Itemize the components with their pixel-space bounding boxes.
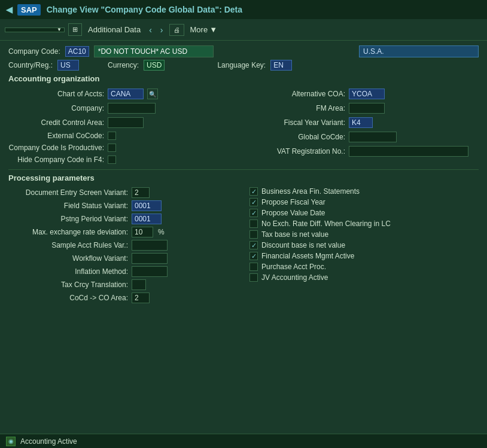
display-mode-button[interactable]: ⊞ — [68, 23, 82, 36]
external-cocode-label: External CoCode: — [8, 132, 104, 140]
processing-left: Document Entry Screen Variant: Field Sta… — [8, 186, 244, 304]
currency-value: USD — [144, 60, 165, 71]
main-content: Company Code: AC10 *DO NOT TOUCH* AC USD… — [0, 41, 487, 309]
status-bar: ◉ Accounting Active — [0, 434, 487, 448]
company-name-value: *DO NOT TOUCH* AC USD — [94, 45, 214, 57]
check-row-3: No Exch. Rate Diff. When Clearing in LC — [249, 218, 479, 229]
jv-accounting-label: JV Accounting Active — [261, 273, 328, 282]
title-bar: ◀ SAP Change View "Company Code Global D… — [0, 0, 487, 19]
field-status-row: Field Status Variant: — [8, 199, 232, 212]
discount-base-checkbox[interactable]: ✓ — [249, 241, 258, 249]
nav-next-button[interactable]: › — [158, 24, 166, 36]
fm-area-row: FM Area: — [249, 101, 479, 115]
workflow-label: Workflow Variant: — [8, 254, 128, 263]
max-exchange-input[interactable] — [132, 227, 153, 237]
vat-row: VAT Registration No.: — [249, 144, 479, 159]
sample-acct-input[interactable] — [132, 240, 168, 251]
workflow-row: Workflow Variant: — [8, 252, 232, 265]
fiscal-year-label: Fiscal Year Variant: — [249, 118, 345, 127]
chart-accts-row: Chart of Accts: 🔍 — [8, 87, 232, 101]
company-header: Company Code: AC10 *DO NOT TOUCH* AC USD… — [8, 45, 479, 71]
global-cocode-input[interactable] — [349, 132, 397, 142]
fiscal-year-input[interactable] — [349, 117, 373, 128]
pct-label: % — [158, 228, 165, 236]
propose-value-checkbox[interactable]: ✓ — [249, 209, 258, 217]
no-exch-checkbox[interactable] — [249, 220, 258, 228]
field-status-input[interactable] — [132, 200, 162, 211]
chart-accts-search-button[interactable]: 🔍 — [147, 89, 158, 99]
toolbar-dropdown[interactable] — [5, 28, 65, 32]
pstng-period-row: Pstng Period Variant: — [8, 212, 232, 225]
business-area-checkbox[interactable]: ✓ — [249, 187, 258, 196]
status-icon: ◉ — [6, 437, 16, 446]
credit-control-input[interactable] — [108, 117, 144, 128]
business-area-label: Business Area Fin. Statements — [261, 187, 360, 196]
nav-prev-button[interactable]: ‹ — [147, 24, 154, 36]
print-button[interactable]: 🖨 — [169, 24, 184, 36]
credit-control-row: Credit Control Area: — [8, 115, 232, 130]
more-chevron-icon: ▼ — [209, 25, 217, 34]
processing-right: ✓ Business Area Fin. Statements ✓ Propos… — [244, 186, 479, 304]
global-cocode-label: Global CoCde: — [249, 133, 345, 141]
print-icon: 🖨 — [174, 26, 180, 33]
purchase-acct-checkbox[interactable] — [249, 263, 258, 271]
company-details-row: Country/Reg.: US Currency: USD Language … — [8, 60, 479, 71]
propose-fiscal-checkbox[interactable]: ✓ — [249, 198, 258, 206]
workflow-input[interactable] — [132, 253, 168, 264]
pstng-period-input[interactable] — [132, 214, 162, 224]
tax-base-checkbox[interactable] — [249, 230, 258, 239]
accounting-right: Alternative COA: FM Area: Fiscal Year Va… — [244, 87, 479, 166]
additional-data-label: Additional Data — [88, 25, 141, 34]
cocd-co-input[interactable] — [132, 292, 150, 303]
financial-assets-checkbox[interactable]: ✓ — [249, 252, 258, 260]
max-exchange-label: Max. exchange rate deviation: — [8, 228, 128, 236]
tax-crcy-input[interactable] — [132, 279, 146, 290]
company-input[interactable] — [108, 103, 156, 114]
language-label: Language Key: — [217, 61, 266, 69]
inflation-label: Inflation Method: — [8, 267, 128, 276]
sample-acct-row: Sample Acct Rules Var.: — [8, 239, 232, 252]
tax-crcy-label: Tax Crcy Translation: — [8, 281, 128, 289]
check-row-0: ✓ Business Area Fin. Statements — [249, 186, 479, 197]
accounting-active-status: Accounting Active — [20, 437, 77, 446]
alt-coa-input[interactable] — [349, 89, 385, 99]
processing-section: Document Entry Screen Variant: Field Sta… — [8, 186, 479, 304]
jv-accounting-checkbox[interactable] — [249, 273, 258, 282]
more-label: More — [190, 25, 208, 34]
vat-input[interactable] — [349, 146, 468, 157]
doc-entry-label: Document Entry Screen Variant: — [8, 188, 128, 197]
max-exchange-row: Max. exchange rate deviation: % — [8, 225, 232, 239]
productive-checkbox[interactable] — [108, 144, 116, 152]
doc-entry-input[interactable] — [132, 187, 150, 198]
company-code-value: AC10 — [65, 46, 89, 57]
chart-accts-input[interactable] — [108, 89, 144, 99]
check-row-4: Tax base is net value — [249, 229, 479, 240]
hide-f4-label: Hide Company Code in F4: — [8, 156, 104, 164]
currency-label: Currency: — [108, 61, 139, 69]
purchase-acct-label: Purchase Acct Proc. — [261, 263, 326, 271]
country-label: Country/Reg.: — [8, 61, 53, 69]
tax-crcy-row: Tax Crcy Translation: — [8, 278, 232, 291]
company-code-row: Company Code: AC10 *DO NOT TOUCH* AC USD… — [8, 45, 479, 57]
inflation-input[interactable] — [132, 266, 168, 277]
back-button[interactable]: ◀ — [6, 5, 13, 14]
fm-area-input[interactable] — [349, 103, 385, 114]
country-value: US — [57, 60, 79, 71]
field-status-label: Field Status Variant: — [8, 202, 128, 210]
propose-fiscal-label: Propose Fiscal Year — [261, 198, 325, 206]
toolbar: ⊞ Additional Data ‹ › 🖨 More ▼ — [0, 19, 487, 41]
company-field-label: Company: — [8, 104, 104, 112]
doc-entry-row: Document Entry Screen Variant: — [8, 186, 232, 199]
processing-header: Processing parameters — [8, 173, 479, 184]
check-row-7: Purchase Acct Proc. — [249, 261, 479, 272]
vat-label: VAT Registration No.: — [249, 147, 345, 156]
more-button[interactable]: More ▼ — [190, 25, 218, 34]
company-region-value: U.S.A. — [359, 45, 479, 57]
fiscal-year-row: Fiscal Year Variant: — [249, 115, 479, 130]
chart-accts-label: Chart of Accts: — [8, 90, 104, 98]
hide-f4-checkbox[interactable] — [108, 156, 116, 164]
fm-area-label: FM Area: — [249, 104, 345, 112]
no-exch-label: No Exch. Rate Diff. When Clearing in LC — [261, 220, 391, 228]
external-cocode-checkbox[interactable] — [108, 132, 116, 140]
alt-coa-row: Alternative COA: — [249, 87, 479, 101]
